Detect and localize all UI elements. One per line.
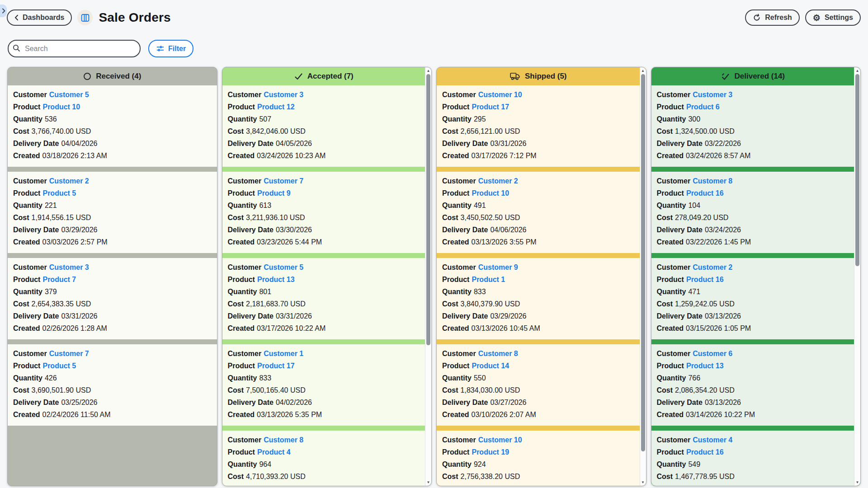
order-card[interactable]: CustomerCustomer 5ProductProduct 13Quant… [222,258,426,339]
product-link[interactable]: Product 9 [257,189,291,197]
product-link[interactable]: Product 5 [42,189,76,197]
card-row: ProductProduct 1 [442,273,635,286]
customer-link[interactable]: Customer 5 [264,263,303,271]
order-card[interactable]: CustomerCustomer 10ProductProduct 17Quan… [437,85,640,167]
card-row: Delivery Date03/13/2026 [657,310,849,322]
order-card[interactable]: CustomerCustomer 3ProductProduct 12Quant… [222,85,426,167]
customer-link[interactable]: Customer 2 [478,177,518,185]
scroll-down-arrow[interactable]: ▼ [640,479,646,486]
settings-button[interactable]: ⚙ Settings [805,9,861,26]
field-label: Customer [657,177,691,185]
product-link[interactable]: Product 14 [472,362,509,370]
order-card[interactable]: CustomerCustomer 2ProductProduct 5Quanti… [8,172,217,253]
product-link[interactable]: Product 10 [472,189,509,197]
column-scrollbar[interactable]: ▲▼ [640,67,646,486]
customer-link[interactable]: Customer 7 [264,177,303,185]
column-shipped: Shipped (5)CustomerCustomer 10ProductPro… [436,67,646,486]
sidebar-expand-toggle[interactable] [0,5,7,17]
column-scrollbar[interactable]: ▲▼ [425,67,431,486]
customer-link[interactable]: Customer 5 [49,91,89,99]
product-link[interactable]: Product 12 [257,103,295,111]
refresh-button[interactable]: Refresh [745,9,800,26]
order-card[interactable]: CustomerCustomer 3ProductProduct 6Quanti… [651,85,855,167]
scroll-up-arrow[interactable]: ▲ [854,67,860,74]
scrollbar-thumb[interactable] [426,74,430,345]
product-link[interactable]: Product 7 [42,276,76,283]
card-row: Cost1,914,556.15 USD [13,211,212,224]
card-row: CustomerCustomer 10 [442,434,635,446]
order-card[interactable]: CustomerCustomer 9ProductProduct 1Quanti… [437,258,640,339]
card-row: Cost1,324,500.00 USD [657,125,849,137]
card-row: ProductProduct 16 [657,446,849,458]
customer-link[interactable]: Customer 10 [478,91,522,99]
field-label: Product [657,189,684,197]
order-card[interactable]: CustomerCustomer 10ProductProduct 19Quan… [437,431,640,486]
product-link[interactable]: Product 6 [686,103,720,111]
column-scrollbar[interactable]: ▲▼ [854,67,860,486]
field-label: Cost [228,300,244,308]
customer-link[interactable]: Customer 1 [264,350,303,357]
product-link[interactable]: Product 13 [686,362,724,370]
card-row: Delivery Date04/05/2026 [228,137,420,150]
customer-link[interactable]: Customer 2 [49,177,89,185]
customer-link[interactable]: Customer 3 [49,263,89,271]
product-link[interactable]: Product 10 [42,103,80,111]
card-row: Cost3,690,501.90 USD [13,384,212,396]
product-link[interactable]: Product 16 [686,189,724,197]
product-link[interactable]: Product 5 [42,362,76,370]
product-link[interactable]: Product 17 [472,103,509,111]
scroll-down-arrow[interactable]: ▼ [854,479,860,486]
order-card[interactable]: CustomerCustomer 8ProductProduct 4Quanti… [222,431,426,486]
scroll-down-arrow[interactable]: ▼ [425,479,431,486]
card-row: CustomerCustomer 3 [13,261,212,273]
card-row: Delivery Date03/27/2026 [442,396,635,408]
field-label: Customer [442,177,476,185]
scrollbar-thumb[interactable] [641,74,645,451]
filter-button[interactable]: Filter [148,40,193,57]
order-card[interactable]: CustomerCustomer 5ProductProduct 10Quant… [8,85,217,167]
customer-link[interactable]: Customer 3 [693,91,732,99]
product-link[interactable]: Product 1 [472,276,505,283]
order-card[interactable]: CustomerCustomer 3ProductProduct 7Quanti… [8,258,217,339]
customer-link[interactable]: Customer 10 [478,436,522,444]
card-row: Cost3,211,936.10 USD [228,211,420,224]
product-link[interactable]: Product 16 [686,448,724,456]
order-card[interactable]: CustomerCustomer 7ProductProduct 9Quanti… [222,172,426,253]
field-label: Created [442,238,469,246]
card-row: Quantity295 [442,113,635,125]
search-input[interactable] [8,40,141,57]
field-label: Customer [657,91,691,99]
order-card[interactable]: CustomerCustomer 4ProductProduct 16Quant… [651,431,855,486]
order-card[interactable]: CustomerCustomer 2ProductProduct 16Quant… [651,258,855,339]
customer-link[interactable]: Customer 4 [693,436,732,444]
card-row: Cost2,656,121.00 USD [442,125,635,137]
scroll-up-arrow[interactable]: ▲ [640,67,646,74]
order-card[interactable]: CustomerCustomer 8ProductProduct 14Quant… [437,344,640,426]
cost-value: 3,842,046.00 USD [246,127,306,135]
product-link[interactable]: Product 17 [257,362,295,370]
customer-link[interactable]: Customer 8 [693,177,732,185]
field-label: Product [13,189,40,197]
order-card[interactable]: CustomerCustomer 7ProductProduct 5Quanti… [8,344,217,426]
customer-link[interactable]: Customer 2 [693,263,732,271]
cost-value: 1,914,556.15 USD [32,214,91,221]
customer-link[interactable]: Customer 9 [478,263,518,271]
product-link[interactable]: Product 4 [257,448,291,456]
product-link[interactable]: Product 13 [257,276,295,283]
scroll-up-arrow[interactable]: ▲ [425,67,431,74]
field-label: Delivery Date [228,226,274,234]
back-to-dashboards-button[interactable]: Dashboards [7,9,72,26]
customer-link[interactable]: Customer 8 [264,436,303,444]
customer-link[interactable]: Customer 6 [693,350,732,357]
product-link[interactable]: Product 19 [472,448,509,456]
customer-link[interactable]: Customer 7 [49,350,89,357]
scrollbar-thumb[interactable] [855,74,859,266]
order-card[interactable]: CustomerCustomer 8ProductProduct 16Quant… [651,172,855,253]
customer-link[interactable]: Customer 3 [264,91,303,99]
order-card[interactable]: CustomerCustomer 6ProductProduct 13Quant… [651,344,855,426]
customer-link[interactable]: Customer 8 [478,350,518,357]
card-row: Created03/14/2026 10:22 PM [657,408,849,421]
order-card[interactable]: CustomerCustomer 1ProductProduct 17Quant… [222,344,426,426]
order-card[interactable]: CustomerCustomer 2ProductProduct 10Quant… [437,172,640,253]
product-link[interactable]: Product 16 [686,276,724,283]
